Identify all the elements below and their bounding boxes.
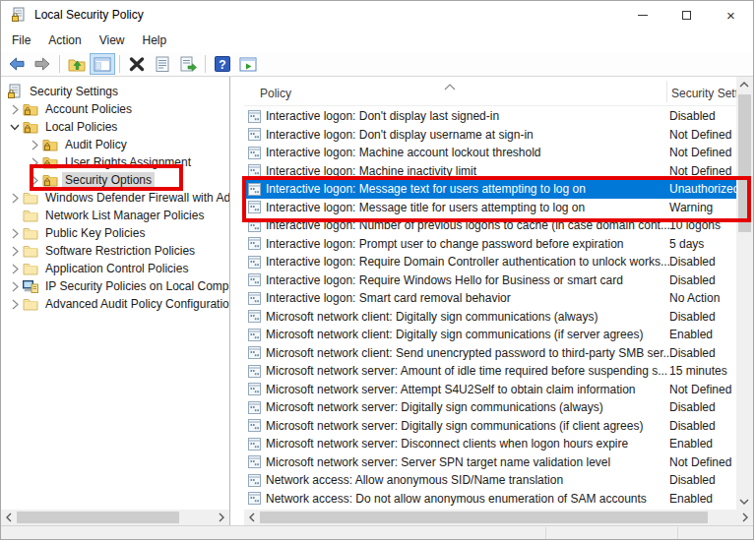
list-row[interactable]: Microsoft network server: Disconnect cli… (244, 435, 736, 453)
policy-item-icon (248, 310, 264, 323)
scroll-right-icon[interactable] (214, 510, 229, 525)
scroll-up-icon[interactable] (736, 77, 752, 92)
tree-item-network-list-manager-policies[interactable]: Network List Manager Policies (1, 207, 229, 224)
tree-item-user-rights-assignment[interactable]: User Rights Assignment (1, 153, 229, 171)
menu-action[interactable]: Action (39, 30, 90, 50)
chevron-right-icon[interactable] (27, 157, 42, 168)
list-row[interactable]: Interactive logon: Don't display usernam… (244, 126, 736, 145)
folder-lock-icon (42, 173, 62, 187)
sort-ascending-icon (444, 80, 456, 93)
tree-item-application-control-policies[interactable]: Application Control Policies (1, 260, 229, 277)
main-area: Security SettingsAccount PoliciesLocal P… (1, 77, 753, 525)
scrollbar-thumb[interactable] (738, 94, 751, 232)
scrollbar-thumb[interactable] (17, 512, 179, 523)
tree-item-software-restriction-policies[interactable]: Software Restriction Policies (1, 242, 229, 260)
scroll-right-icon[interactable] (737, 510, 753, 525)
chevron-right-icon[interactable] (27, 140, 42, 151)
scrollbar-thumb[interactable] (260, 512, 708, 523)
forward-button[interactable] (30, 53, 55, 75)
list-row[interactable]: Interactive logon: Machine inactivity li… (244, 162, 736, 181)
list-row[interactable]: Microsoft network server: Server SPN tar… (244, 453, 736, 472)
close-icon: × (726, 8, 735, 23)
list-horizontal-scrollbar[interactable] (244, 510, 753, 525)
list-vertical-scrollbar[interactable] (736, 77, 753, 510)
tree-item-label: User Rights Assignment (62, 154, 194, 170)
tree-item-ip-security-policies-on-local-compute[interactable]: IP Security Policies on Local Compute (1, 277, 229, 295)
chevron-right-icon[interactable] (7, 193, 23, 204)
security-setting-value: Not Defined (669, 455, 736, 469)
security-setting-value: Not Defined (669, 128, 736, 142)
list-row[interactable]: Microsoft network server: Digitally sign… (244, 417, 736, 436)
menu-view[interactable]: View (91, 30, 134, 50)
list-row[interactable]: Microsoft network client: Send unencrypt… (244, 344, 736, 363)
list-row[interactable]: Microsoft network client: Digitally sign… (244, 308, 736, 327)
delete-button[interactable] (124, 53, 150, 75)
action-pane-icon (238, 54, 258, 74)
title-bar: Local Security Policy × (1, 1, 753, 29)
menu-file[interactable]: File (3, 30, 39, 50)
list-row[interactable]: Interactive logon: Machine account locko… (244, 144, 736, 162)
tree-horizontal-scrollbar[interactable] (1, 510, 229, 525)
chevron-right-icon[interactable] (7, 104, 23, 115)
tree-item-security-settings[interactable]: Security Settings (1, 83, 229, 100)
list-row[interactable]: Interactive logon: Number of previous lo… (244, 216, 736, 235)
list-row[interactable]: Network access: Allow anonymous SID/Name… (244, 471, 736, 490)
export-list-button[interactable] (175, 53, 201, 75)
policy-item-icon (248, 383, 264, 395)
forward-arrow-icon (32, 54, 52, 74)
scroll-left-icon[interactable] (1, 510, 17, 525)
chevron-right-icon[interactable] (7, 299, 23, 310)
minimize-button[interactable] (620, 1, 664, 29)
chevron-right-icon[interactable] (7, 228, 23, 239)
tree-item-advanced-audit-policy-configuration[interactable]: Advanced Audit Policy Configuration (1, 295, 229, 313)
menu-help[interactable]: Help (134, 30, 176, 50)
list-row[interactable]: Interactive logon: Require Domain Contro… (244, 253, 736, 271)
chevron-right-icon[interactable] (27, 175, 42, 186)
list-row[interactable]: Interactive logon: Message text for user… (244, 180, 736, 199)
help-button[interactable]: ? (210, 53, 235, 75)
policy-item-icon (248, 292, 264, 305)
policy-name: Microsoft network server: Attempt S4U2Se… (266, 383, 669, 396)
close-button[interactable]: × (709, 1, 753, 29)
tree-item-local-policies[interactable]: Local Policies (1, 118, 229, 136)
column-header-policy[interactable]: Policy (260, 87, 291, 100)
column-header-security-setting[interactable]: Security Setting (671, 87, 740, 100)
list-row[interactable]: Interactive logon: Smart card removal be… (244, 289, 736, 308)
policy-item-icon (248, 110, 264, 123)
show-action-pane-button[interactable] (235, 53, 261, 75)
list-row[interactable]: Microsoft network client: Digitally sign… (244, 326, 736, 344)
tree-item-public-key-policies[interactable]: Public Key Policies (1, 224, 229, 242)
list-row[interactable]: Microsoft network server: Attempt S4U2Se… (244, 381, 736, 399)
status-bar (1, 525, 753, 540)
folder-lock-icon (42, 138, 62, 151)
list-row[interactable]: Microsoft network server: Amount of idle… (244, 362, 736, 381)
folder-icon (23, 209, 42, 222)
scroll-down-icon[interactable] (736, 494, 752, 510)
scroll-left-icon[interactable] (244, 510, 260, 525)
chevron-right-icon[interactable] (7, 281, 23, 292)
column-separator[interactable] (666, 81, 667, 102)
policy-name: Interactive logon: Smart card removal be… (266, 291, 669, 305)
tree-item-audit-policy[interactable]: Audit Policy (1, 136, 229, 153)
maximize-button[interactable] (664, 1, 709, 29)
tree-item-windows-defender-firewall-with-adva[interactable]: Windows Defender Firewall with Adva (1, 189, 229, 207)
list-row[interactable]: Interactive logon: Don't display last si… (244, 107, 736, 126)
chevron-down-icon[interactable] (7, 124, 23, 131)
show-console-tree-button[interactable] (90, 53, 115, 75)
policy-name: Microsoft network server: Amount of idle… (266, 364, 669, 378)
up-one-level-button[interactable] (64, 53, 90, 75)
list-row[interactable]: Interactive logon: Message title for use… (244, 199, 736, 217)
folder-lock-icon (23, 120, 42, 134)
tree-item-label: Security Options (62, 172, 155, 188)
list-row[interactable]: Microsoft network server: Digitally sign… (244, 398, 736, 417)
chevron-right-icon[interactable] (7, 246, 23, 257)
back-button[interactable] (4, 53, 30, 75)
list-row[interactable]: Interactive logon: Require Windows Hello… (244, 271, 736, 290)
properties-button[interactable] (150, 53, 175, 75)
policy-item-icon (248, 419, 264, 432)
list-row[interactable]: Interactive logon: Prompt user to change… (244, 235, 736, 254)
tree-item-security-options[interactable]: Security Options (1, 171, 229, 189)
tree-item-account-policies[interactable]: Account Policies (1, 100, 229, 118)
chevron-right-icon[interactable] (7, 264, 23, 274)
list-row[interactable]: Network access: Do not allow anonymous e… (244, 490, 736, 509)
